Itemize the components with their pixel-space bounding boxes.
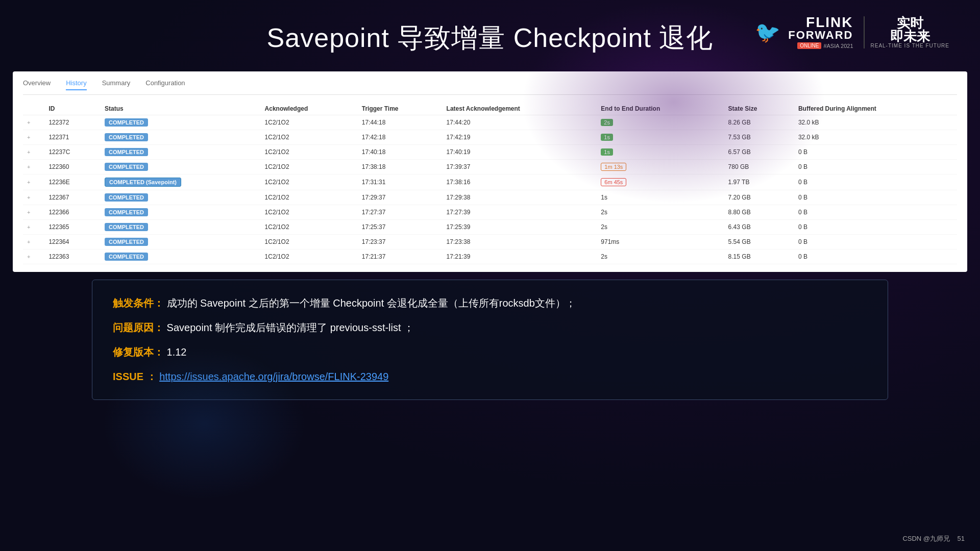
col-duration: End to End Duration <box>597 103 724 115</box>
row-latest-ack: 17:23:38 <box>443 235 597 249</box>
footer-csdn: CSDN @九师兄 <box>902 535 950 542</box>
tab-configuration[interactable]: Configuration <box>145 79 185 90</box>
expand-btn[interactable]: + <box>23 130 44 145</box>
trigger-label: 触发条件： <box>113 297 164 309</box>
trigger-text: 成功的 Savepoint 之后的第一个增量 Checkpoint 会退化成全量… <box>167 297 576 309</box>
status-badge: COMPLETED <box>105 148 148 156</box>
tab-overview[interactable]: Overview <box>23 79 51 90</box>
row-id: 122366 <box>44 205 101 220</box>
tab-history[interactable]: History <box>66 79 86 90</box>
table-row: +12236ECOMPLETED (Savepoint)1C2/1O217:31… <box>23 174 957 190</box>
row-buffered: 0 B <box>794 249 957 264</box>
row-state-size: 8.26 GB <box>724 115 794 130</box>
row-acknowledged: 1C2/1O2 <box>261 145 358 160</box>
table-row: +122371COMPLETED1C2/1O217:42:1817:42:191… <box>23 130 957 145</box>
row-trigger: 17:21:37 <box>358 249 443 264</box>
chinese-bottom: 即未来 <box>890 30 930 43</box>
row-state-size: 7.20 GB <box>724 190 794 205</box>
info-issue: ISSUE ： https://issues.apache.org/jira/b… <box>113 369 862 384</box>
col-latest-ack: Latest Acknowledgement <box>443 103 597 115</box>
forward-text: FORWARD <box>788 30 853 41</box>
cause-label: 问题原因： <box>113 322 164 333</box>
row-latest-ack: 17:40:19 <box>443 145 597 160</box>
row-trigger: 17:29:37 <box>358 190 443 205</box>
col-trigger: Trigger Time <box>358 103 443 115</box>
col-id: ID <box>44 103 101 115</box>
chinese-logo: 实时 即未来 REAL-TIME IS THE FUTURE <box>864 16 950 48</box>
row-buffered: 32.0 kB <box>794 130 957 145</box>
status-badge: COMPLETED <box>105 163 148 171</box>
table-row: +12237CCOMPLETED1C2/1O217:40:1817:40:191… <box>23 145 957 160</box>
row-buffered: 0 B <box>794 174 957 190</box>
row-trigger: 17:38:18 <box>358 160 443 174</box>
row-id: 122365 <box>44 220 101 235</box>
expand-btn[interactable]: + <box>23 220 44 235</box>
row-acknowledged: 1C2/1O2 <box>261 160 358 174</box>
row-status: COMPLETED <box>101 130 261 145</box>
row-duration: 1s <box>597 190 724 205</box>
row-trigger: 17:42:18 <box>358 130 443 145</box>
row-acknowledged: 1C2/1O2 <box>261 235 358 249</box>
row-state-size: 7.53 GB <box>724 130 794 145</box>
row-trigger: 17:25:37 <box>358 220 443 235</box>
expand-btn[interactable]: + <box>23 174 44 190</box>
duration-badge: 2s <box>601 119 613 126</box>
row-latest-ack: 17:25:39 <box>443 220 597 235</box>
expand-btn[interactable]: + <box>23 205 44 220</box>
fix-label: 修复版本： <box>113 346 164 358</box>
row-acknowledged: 1C2/1O2 <box>261 174 358 190</box>
expand-btn[interactable]: + <box>23 235 44 249</box>
info-cause: 问题原因： Savepoint 制作完成后错误的清理了 previous-sst… <box>113 320 862 335</box>
chinese-top: 实时 <box>897 16 923 30</box>
header: Savepoint 导致增量 Checkpoint 退化 🐦 FLINK FOR… <box>0 0 980 66</box>
duration-badge: 1s <box>601 134 613 141</box>
row-duration: 1s <box>597 130 724 145</box>
row-latest-ack: 17:29:38 <box>443 190 597 205</box>
expand-btn[interactable]: + <box>23 115 44 130</box>
table-row: +122360COMPLETED1C2/1O217:38:1817:39:371… <box>23 160 957 174</box>
table-row: +122364COMPLETED1C2/1O217:23:3717:23:389… <box>23 235 957 249</box>
footer-page: 51 <box>958 535 965 542</box>
row-status: COMPLETED <box>101 160 261 174</box>
row-state-size: 8.15 GB <box>724 249 794 264</box>
row-latest-ack: 17:27:39 <box>443 205 597 220</box>
row-state-size: 780 GB <box>724 160 794 174</box>
issue-label: ISSUE ： <box>113 371 157 382</box>
issue-link[interactable]: https://issues.apache.org/jira/browse/FL… <box>159 371 388 382</box>
table-row: +122366COMPLETED1C2/1O217:27:3717:27:392… <box>23 205 957 220</box>
row-trigger: 17:44:18 <box>358 115 443 130</box>
checkpoint-table: ID Status Acknowledged Trigger Time Late… <box>23 103 957 264</box>
tab-bar: Overview History Summary Configuration <box>23 79 957 95</box>
status-badge: COMPLETED <box>105 118 148 127</box>
status-badge: COMPLETED <box>105 253 148 261</box>
row-status: COMPLETED <box>101 220 261 235</box>
row-duration: 6m 45s <box>597 174 724 190</box>
row-buffered: 0 B <box>794 235 957 249</box>
flink-text: FLINK <box>806 15 853 30</box>
row-duration: 2s <box>597 115 724 130</box>
row-latest-ack: 17:44:20 <box>443 115 597 130</box>
logo-area: 🐦 FLINK FORWARD ONLINE #ASIA 2021 实时 即未来… <box>755 15 949 49</box>
flink-forward-logo: FLINK FORWARD ONLINE #ASIA 2021 <box>788 15 853 49</box>
row-latest-ack: 17:38:16 <box>443 174 597 190</box>
row-status: COMPLETED <box>101 190 261 205</box>
footer: CSDN @九师兄 51 <box>902 534 965 543</box>
row-id: 122367 <box>44 190 101 205</box>
expand-btn[interactable]: + <box>23 145 44 160</box>
expand-btn[interactable]: + <box>23 160 44 174</box>
row-duration: 1s <box>597 145 724 160</box>
expand-btn[interactable]: + <box>23 190 44 205</box>
row-buffered: 0 B <box>794 205 957 220</box>
row-id: 12236E <box>44 174 101 190</box>
tab-summary[interactable]: Summary <box>102 79 131 90</box>
bird-icon: 🐦 <box>755 20 780 44</box>
expand-btn[interactable]: + <box>23 249 44 264</box>
row-duration: 2s <box>597 220 724 235</box>
status-badge: COMPLETED <box>105 238 148 246</box>
row-acknowledged: 1C2/1O2 <box>261 205 358 220</box>
row-state-size: 6.57 GB <box>724 145 794 160</box>
row-duration: 1m 13s <box>597 160 724 174</box>
row-acknowledged: 1C2/1O2 <box>261 190 358 205</box>
row-status: COMPLETED <box>101 115 261 130</box>
row-id: 12237C <box>44 145 101 160</box>
